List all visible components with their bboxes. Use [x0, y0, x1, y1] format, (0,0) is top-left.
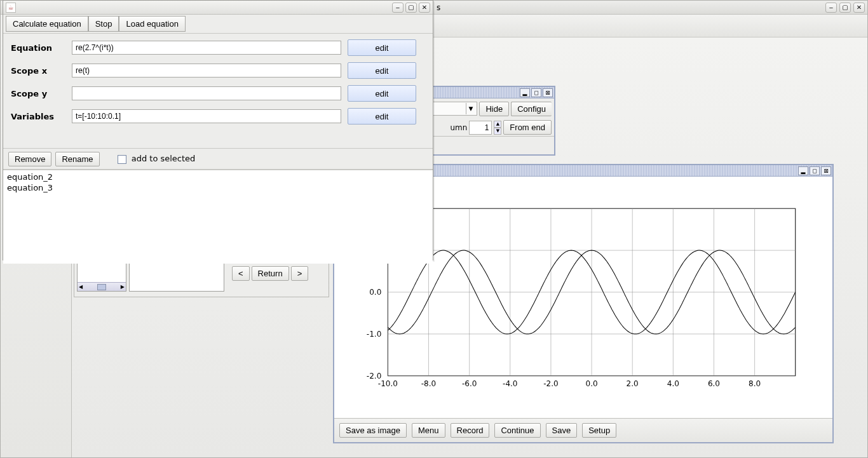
dialog-minimize-button[interactable]: ‒	[392, 3, 403, 13]
calculate-equation-button[interactable]: Calculate equation	[6, 16, 88, 32]
dialog-close-button[interactable]: ✕	[419, 3, 430, 13]
close-button[interactable]: ✕	[853, 3, 865, 13]
iconify-icon[interactable]: ▂	[798, 166, 808, 175]
spinner-down-icon[interactable]: ▼	[494, 128, 501, 135]
equation-edit-button[interactable]: edit	[348, 39, 416, 56]
save-as-image-button[interactable]: Save as image	[339, 423, 407, 438]
add-to-selected-text: add to selected	[132, 154, 196, 163]
column-spinner-buttons[interactable]: ▲ ▼	[494, 121, 501, 135]
scopey-label: Scope y	[11, 89, 65, 98]
thumbnail-slider[interactable]: ◀ ▶	[78, 282, 126, 291]
chevron-down-icon: ▼	[466, 103, 475, 114]
svg-text:-2.0: -2.0	[543, 379, 559, 388]
svg-text:-1.0: -1.0	[367, 330, 382, 339]
thumbnail-preview[interactable]: ◀ ▶	[77, 261, 126, 292]
configure-button[interactable]: Configu	[511, 102, 552, 116]
graph-toolbar: Save as image Menu Record Continue Save …	[334, 418, 832, 442]
equation-list-toolbar: Remove Rename add to selected	[3, 148, 433, 170]
title-tail: s	[437, 3, 440, 12]
maximize-button[interactable]: ▢	[839, 3, 851, 13]
return-button[interactable]: Return	[252, 266, 289, 281]
save-button[interactable]: Save	[546, 423, 578, 438]
close-icon[interactable]: ⊠	[543, 88, 553, 97]
iconify-icon[interactable]: ▂	[520, 88, 530, 97]
maximize-icon[interactable]: ◻	[531, 88, 541, 97]
prev-button[interactable]: <	[232, 266, 250, 281]
svg-text:-10.0: -10.0	[378, 379, 398, 388]
variables-label: Variables	[11, 112, 65, 121]
java-icon: ☕	[6, 3, 16, 13]
close-icon[interactable]: ⊠	[821, 166, 831, 175]
series-select[interactable]: ▼	[429, 102, 477, 116]
stop-button[interactable]: Stop	[88, 16, 119, 32]
scopex-label: Scope x	[11, 66, 65, 76]
variables-input[interactable]	[72, 109, 341, 123]
equation-form: Equation edit Scope x edit Scope y edit …	[3, 34, 433, 133]
rename-button[interactable]: Rename	[55, 152, 99, 166]
svg-text:0.0: 0.0	[369, 288, 381, 297]
spinner-up-icon[interactable]: ▲	[494, 121, 501, 128]
column-spinner[interactable]	[469, 121, 492, 135]
slider-thumb[interactable]	[97, 284, 106, 290]
add-to-selected-checkbox[interactable]	[118, 155, 126, 164]
next-button[interactable]: >	[291, 266, 309, 281]
slider-right-icon[interactable]: ▶	[121, 284, 125, 290]
list-item[interactable]: equation_3	[7, 182, 429, 193]
equation-dialog: ☕ ‒ ▢ ✕ Calculate equation Stop Load equ…	[3, 0, 433, 260]
svg-text:8.0: 8.0	[749, 379, 761, 388]
from-end-button[interactable]: From end	[503, 120, 552, 135]
column-label: umn	[450, 123, 467, 132]
record-button[interactable]: Record	[451, 423, 490, 438]
scopey-edit-button[interactable]: edit	[348, 85, 416, 102]
svg-text:-6.0: -6.0	[462, 379, 477, 388]
thumbnail-nav-panel: ◀ ▶ < Return >	[74, 259, 329, 297]
add-to-selected-label[interactable]: add to selected	[118, 154, 196, 164]
load-equation-button[interactable]: Load equation	[119, 16, 185, 32]
menu-button[interactable]: Menu	[412, 423, 445, 438]
equation-toolbar: Calculate equation Stop Load equation	[3, 15, 433, 34]
equation-list[interactable]: equation_2equation_3	[3, 170, 433, 264]
svg-text:6.0: 6.0	[708, 379, 720, 388]
slider-left-icon[interactable]: ◀	[79, 284, 83, 290]
svg-text:-8.0: -8.0	[421, 379, 437, 388]
svg-text:2.0: 2.0	[627, 379, 639, 388]
dialog-maximize-button[interactable]: ▢	[405, 3, 417, 13]
scopex-edit-button[interactable]: edit	[348, 62, 416, 79]
setup-button[interactable]: Setup	[582, 423, 616, 438]
maximize-icon[interactable]: ◻	[810, 166, 820, 175]
svg-text:0.0: 0.0	[585, 379, 597, 388]
svg-text:-2.0: -2.0	[367, 372, 382, 381]
remove-button[interactable]: Remove	[8, 152, 51, 166]
variables-edit-button[interactable]: edit	[348, 108, 416, 125]
minimize-button[interactable]: ‒	[825, 3, 837, 13]
thumbnail-empty	[129, 261, 224, 292]
svg-text:4.0: 4.0	[667, 379, 679, 388]
hide-button[interactable]: Hide	[479, 102, 509, 116]
svg-text:-4.0: -4.0	[503, 379, 518, 388]
scopex-input[interactable]	[72, 64, 341, 77]
equation-dialog-titlebar[interactable]: ☕ ‒ ▢ ✕	[3, 1, 433, 15]
continue-button[interactable]: Continue	[494, 423, 540, 438]
scopey-input[interactable]	[72, 86, 341, 100]
list-item[interactable]: equation_2	[7, 172, 429, 182]
equation-input[interactable]	[72, 41, 341, 55]
equation-label: Equation	[11, 43, 65, 53]
